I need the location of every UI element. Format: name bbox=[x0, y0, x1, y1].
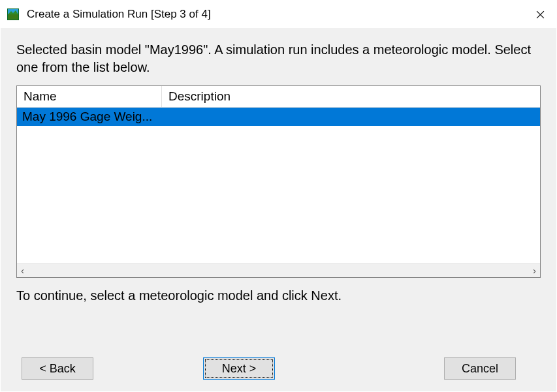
titlebar: Create a Simulation Run [Step 3 of 4] bbox=[1, 1, 556, 28]
instruction-text: Selected basin model "May1996". A simula… bbox=[16, 41, 541, 76]
back-button[interactable]: < Back bbox=[22, 357, 93, 380]
scroll-left-icon[interactable]: ‹ bbox=[21, 265, 24, 276]
close-button[interactable] bbox=[524, 1, 556, 28]
hint-text: To continue, select a meteorologic model… bbox=[16, 288, 541, 303]
table-header: Name Description bbox=[17, 86, 540, 108]
dialog-content: Selected basin model "May1996". A simula… bbox=[1, 28, 556, 391]
horizontal-scrollbar[interactable]: ‹ › bbox=[17, 263, 540, 277]
model-table: Name Description May 1996 Gage Weig... ‹… bbox=[16, 85, 541, 278]
next-button[interactable]: Next > bbox=[203, 357, 275, 380]
column-header-description[interactable]: Description bbox=[162, 86, 540, 108]
cell-description bbox=[162, 115, 540, 118]
cancel-button[interactable]: Cancel bbox=[444, 357, 516, 380]
cell-name: May 1996 Gage Weig... bbox=[17, 108, 162, 125]
column-header-name[interactable]: Name bbox=[17, 86, 162, 108]
table-body: May 1996 Gage Weig... bbox=[17, 108, 540, 263]
window-title: Create a Simulation Run [Step 3 of 4] bbox=[27, 8, 524, 21]
dialog-window: Create a Simulation Run [Step 3 of 4] Se… bbox=[0, 0, 557, 392]
svg-rect-2 bbox=[8, 14, 18, 20]
button-row: < Back Next > Cancel bbox=[16, 338, 541, 380]
table-row[interactable]: May 1996 Gage Weig... bbox=[17, 108, 540, 126]
app-icon bbox=[7, 8, 19, 20]
scroll-right-icon[interactable]: › bbox=[533, 265, 536, 276]
